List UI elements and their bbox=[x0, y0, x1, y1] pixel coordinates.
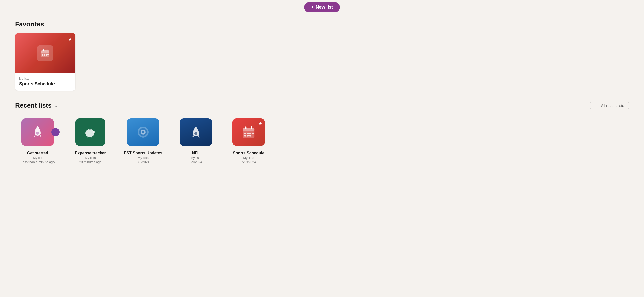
list-item-time: 23 minutes ago bbox=[79, 160, 102, 164]
svg-rect-16 bbox=[89, 129, 91, 130]
list-item-name: Sports Schedule bbox=[233, 151, 264, 155]
list-item-name: Get started bbox=[27, 151, 48, 155]
list-item-name: NFL bbox=[192, 151, 200, 155]
recent-grid: Get started My list Less than a minute a… bbox=[15, 117, 629, 164]
svg-point-13 bbox=[93, 131, 95, 133]
get-started-icon bbox=[21, 118, 54, 146]
list-item-sub: My lists bbox=[190, 156, 201, 160]
list-item-sub: My lists bbox=[85, 156, 96, 160]
list-item-name: FST Sports Updates bbox=[124, 151, 163, 155]
nfl-rocket-svg bbox=[188, 124, 204, 140]
svg-rect-8 bbox=[42, 55, 43, 56]
recent-title-group: Recent lists ⌄ bbox=[15, 102, 58, 109]
recent-icon-wrap bbox=[176, 117, 216, 147]
list-item-time: 7/19/2024 bbox=[241, 160, 256, 164]
star-icon: ★ bbox=[68, 36, 72, 42]
rocket-svg bbox=[30, 124, 46, 140]
chevron-down-icon[interactable]: ⌄ bbox=[54, 103, 58, 108]
list-item-expense-tracker[interactable]: Expense tracker My lists 23 minutes ago bbox=[68, 117, 113, 164]
svg-rect-9 bbox=[44, 55, 45, 56]
svg-rect-6 bbox=[46, 54, 47, 55]
recent-icon-wrap bbox=[70, 117, 111, 147]
svg-rect-27 bbox=[244, 133, 246, 134]
svg-rect-30 bbox=[252, 133, 254, 134]
svg-rect-29 bbox=[249, 133, 251, 134]
svg-rect-31 bbox=[244, 135, 246, 137]
star-icon: ★ bbox=[258, 121, 262, 126]
nfl-icon bbox=[180, 118, 212, 146]
svg-rect-25 bbox=[245, 126, 246, 129]
svg-rect-3 bbox=[47, 49, 47, 51]
recent-header: Recent lists ⌄ All recent lists bbox=[15, 101, 629, 110]
favorite-card-info: My lists Sports Schedule bbox=[15, 73, 75, 91]
favorites-title: Favorites bbox=[15, 20, 629, 28]
recent-icon-wrap bbox=[123, 117, 163, 147]
svg-rect-5 bbox=[44, 54, 45, 55]
new-list-label: New list bbox=[316, 5, 333, 10]
plus-icon: + bbox=[311, 5, 314, 10]
list-item-sub: My lists bbox=[138, 156, 148, 160]
svg-rect-1 bbox=[41, 50, 49, 53]
list-item-fst-sports[interactable]: FST Sports Updates My lists 8/9/2024 bbox=[121, 117, 166, 164]
svg-rect-2 bbox=[43, 49, 44, 51]
list-item-time: Less than a minute ago bbox=[21, 160, 55, 164]
recent-icon-wrap: ★ bbox=[229, 117, 269, 147]
svg-rect-24 bbox=[243, 128, 254, 131]
card-title: Sports Schedule bbox=[19, 81, 71, 87]
svg-point-12 bbox=[85, 129, 94, 137]
list-item-sports-schedule[interactable]: ★ bbox=[226, 117, 271, 164]
all-recent-button[interactable]: All recent lists bbox=[590, 101, 629, 110]
svg-rect-32 bbox=[247, 135, 249, 137]
recent-icon-wrap bbox=[18, 117, 58, 147]
all-recent-label: All recent lists bbox=[601, 103, 624, 108]
svg-rect-28 bbox=[247, 133, 249, 134]
list-item-time: 8/9/2024 bbox=[137, 160, 150, 164]
recent-section: Recent lists ⌄ All recent lists bbox=[15, 101, 629, 164]
calendar-recent-svg bbox=[241, 125, 256, 139]
list-item-sub: My list bbox=[33, 156, 42, 160]
sports-schedule-icon: ★ bbox=[232, 118, 265, 146]
list-item-get-started[interactable]: Get started My list Less than a minute a… bbox=[15, 117, 60, 164]
fst-icon bbox=[127, 118, 159, 146]
svg-rect-33 bbox=[249, 135, 251, 137]
favorite-card-sports-schedule[interactable]: ★ bbox=[15, 33, 75, 91]
calendar-svg bbox=[40, 48, 50, 58]
recent-title: Recent lists bbox=[15, 102, 52, 109]
svg-point-11 bbox=[36, 132, 39, 135]
top-bar: + New list bbox=[0, 0, 644, 15]
main-content: Favorites ★ bbox=[0, 15, 644, 174]
svg-point-21 bbox=[142, 131, 144, 133]
calendar-icon-large bbox=[37, 45, 53, 61]
piggy-svg bbox=[82, 124, 98, 140]
favorites-grid: ★ bbox=[15, 33, 629, 91]
list-item-time: 8/9/2024 bbox=[190, 160, 202, 164]
new-list-button[interactable]: + New list bbox=[304, 2, 340, 12]
favorites-section: Favorites ★ bbox=[15, 20, 629, 91]
svg-rect-26 bbox=[251, 126, 252, 129]
svg-rect-7 bbox=[47, 54, 49, 55]
svg-rect-10 bbox=[46, 55, 47, 56]
card-sublabel: My lists bbox=[19, 77, 71, 80]
svg-rect-4 bbox=[42, 54, 43, 55]
favorite-card-image: ★ bbox=[15, 33, 75, 73]
expense-icon bbox=[75, 118, 105, 146]
list-item-nfl[interactable]: NFL My lists 8/9/2024 bbox=[173, 117, 219, 164]
svg-point-22 bbox=[194, 132, 197, 135]
target-svg bbox=[135, 124, 151, 140]
filter-icon bbox=[595, 103, 599, 108]
list-item-name: Expense tracker bbox=[75, 151, 106, 155]
list-item-sub: My lists bbox=[243, 156, 254, 160]
